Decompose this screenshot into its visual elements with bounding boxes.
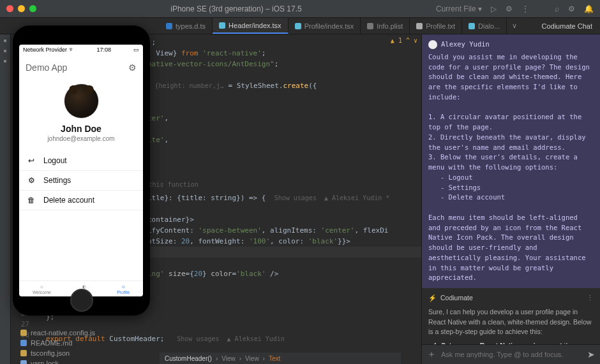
- titlebar: iPhone SE (3rd generation) – iOS 17.5 Cu…: [0, 0, 600, 18]
- chat-user-message: Alexey Yudin Could you assist me in deve…: [422, 34, 600, 288]
- txt-icon: [416, 23, 423, 29]
- home-icon: ⌂: [40, 284, 43, 289]
- ide-settings-icon[interactable]: ⚙: [568, 4, 575, 13]
- plist-icon: [367, 23, 373, 29]
- search-icon[interactable]: ⌕: [555, 4, 559, 13]
- phone-status-bar: Network Provider ᯤ 17:08 ▭: [19, 45, 143, 55]
- wifi-icon: ᯤ: [69, 47, 75, 53]
- problems-indicator[interactable]: ▲ 1 ^ ∨: [391, 37, 417, 44]
- gear-icon: ⚙: [27, 176, 36, 185]
- tab-overflow[interactable]: ∨: [507, 18, 522, 34]
- breadcrumb-item[interactable]: Text: [269, 355, 280, 362]
- menu-item-label: Delete account: [43, 196, 94, 205]
- tab-types-dts[interactable]: types.d.ts: [160, 18, 213, 34]
- profile-icon: ☺: [121, 284, 126, 289]
- window-title: iPhone SE (3rd generation) – iOS 17.5: [41, 4, 431, 13]
- maximize-window[interactable]: [29, 5, 36, 12]
- editor-breadcrumb[interactable]: CustomHeader() › View › View › Text: [160, 353, 401, 364]
- breadcrumb-item[interactable]: View: [245, 355, 259, 362]
- app-header: Demo App ⚙: [19, 55, 143, 80]
- tab-info-plist[interactable]: Info.plist: [361, 18, 410, 34]
- minimize-window[interactable]: [18, 5, 25, 12]
- tool-strip: [0, 34, 11, 364]
- breadcrumb-item[interactable]: CustomHeader(): [165, 355, 212, 362]
- debug-icon[interactable]: ⚙: [506, 4, 513, 13]
- trash-icon: 🗑: [27, 196, 36, 205]
- chat-user-name: Alexey Yudin: [441, 40, 490, 50]
- menu-settings[interactable]: ⚙ Settings: [19, 171, 143, 191]
- toolstrip-icon[interactable]: [4, 50, 6, 52]
- battery-icon: ▭: [133, 47, 139, 53]
- profile-name: John Doe: [61, 124, 101, 134]
- chat-bot-message: Codiumate ⋮ Sure, I can help you develop…: [422, 288, 600, 344]
- tsx-icon: [295, 23, 301, 29]
- tab-profile[interactable]: ☺Profile: [117, 284, 130, 295]
- notifications-icon[interactable]: 🔔: [584, 4, 594, 13]
- ts-icon: [166, 23, 172, 29]
- project-files: react-native.config.jsREADME.mdtsconfig.…: [18, 328, 98, 364]
- chat-input-row: ＋ ➤: [422, 344, 600, 364]
- file-icon: [20, 340, 27, 346]
- chat-user-text: Could you assist me in developing the co…: [428, 52, 594, 283]
- home-button[interactable]: [70, 289, 93, 312]
- tab-welcome[interactable]: ⌂Welcome: [33, 284, 51, 295]
- tsx-icon: [469, 23, 475, 29]
- file-icon: [20, 360, 27, 364]
- close-window[interactable]: [6, 5, 13, 12]
- menu-item-label: Settings: [43, 176, 71, 185]
- menu-logout[interactable]: ↩ Logout: [19, 151, 143, 171]
- toolstrip-icon[interactable]: [4, 40, 6, 42]
- chat-bot-intro: Sure, I can help you develop a user prof…: [428, 307, 594, 337]
- chat-panel: Alexey Yudin Could you assist me in deve…: [421, 34, 600, 364]
- chat-send-icon[interactable]: ➤: [587, 349, 595, 360]
- chat-add-icon[interactable]: ＋: [427, 349, 436, 360]
- breadcrumb-item[interactable]: View: [221, 355, 236, 362]
- chat-bot-menu-icon[interactable]: ⋮: [587, 293, 594, 303]
- ios-simulator: Network Provider ᯤ 17:08 ▭ Demo App ⚙ Jo…: [13, 25, 150, 328]
- current-file-dropdown[interactable]: Current File ▾: [436, 4, 482, 13]
- tab-profile-index[interactable]: Profile/index.tsx: [289, 18, 361, 34]
- chat-input[interactable]: [441, 351, 582, 358]
- tab-profile-txt[interactable]: Profile.txt: [410, 18, 462, 34]
- logout-icon: ↩: [27, 156, 36, 165]
- tab-header-index[interactable]: Header/index.tsx: [213, 18, 289, 34]
- file-item[interactable]: yarn.lock: [18, 359, 98, 364]
- profile-email: johndoe@example.com: [47, 135, 114, 142]
- tsx-icon: [219, 22, 225, 29]
- chat-bot-name: Codiumate: [440, 293, 473, 303]
- menu-item-label: Logout: [43, 156, 67, 165]
- user-avatar-icon: [428, 40, 437, 49]
- profile-avatar[interactable]: [64, 84, 99, 119]
- settings-icon[interactable]: ⚙: [128, 62, 137, 73]
- menu-delete[interactable]: 🗑 Delete account: [19, 191, 143, 210]
- profile-menu: ↩ Logout ⚙ Settings 🗑 Delete account: [19, 149, 143, 213]
- file-item[interactable]: tsconfig.json: [18, 349, 98, 358]
- toolstrip-icon[interactable]: [4, 60, 6, 62]
- run-icon[interactable]: ▷: [491, 4, 497, 13]
- file-item[interactable]: react-native.config.js: [18, 328, 98, 337]
- tab-dialog[interactable]: Dialo...: [462, 18, 507, 34]
- app-title: Demo App: [26, 62, 67, 73]
- chat-panel-title: Codiumate Chat: [534, 18, 601, 34]
- file-icon: [20, 330, 27, 336]
- file-icon: [20, 350, 27, 356]
- more-icon[interactable]: ⋮: [521, 4, 529, 13]
- file-item[interactable]: README.md: [18, 339, 98, 347]
